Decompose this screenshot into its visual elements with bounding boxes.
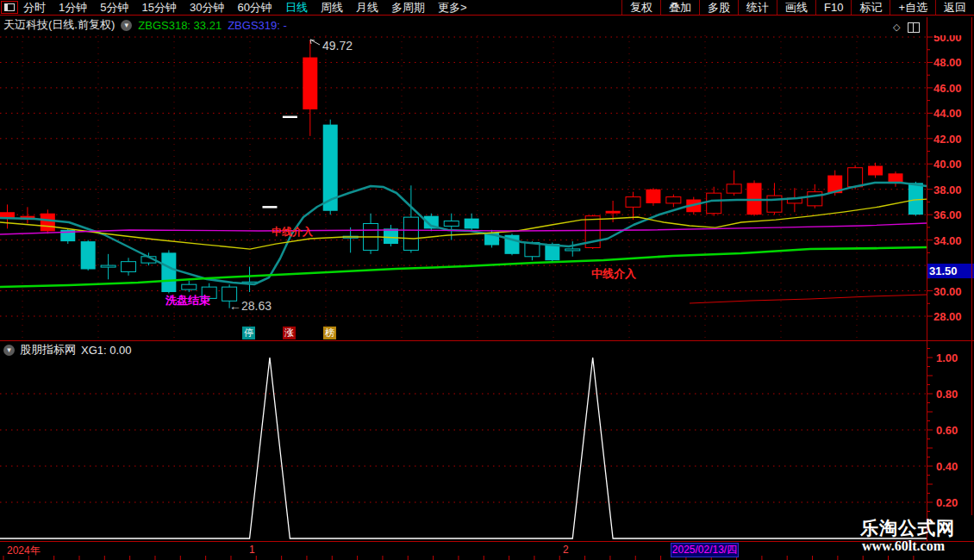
stock-title: 天迈科技(日线.前复权)	[3, 17, 115, 33]
badge-1[interactable]: 涨	[283, 327, 296, 339]
indicator-zbgs318: ZBGS318: 33.21	[138, 19, 222, 32]
badge-0[interactable]: 停	[242, 327, 255, 339]
action-menu-item-5[interactable]: F10	[815, 0, 851, 15]
period-menu-item-8[interactable]: 月线	[356, 0, 378, 15]
badge-2[interactable]: 榜	[323, 327, 336, 339]
action-menu-item-4[interactable]: 画线	[777, 0, 815, 15]
period-menu-item-1[interactable]: 1分钟	[59, 0, 87, 15]
indicator-source: 股朋指标网	[20, 342, 76, 358]
svg-text:36.00: 36.00	[933, 208, 962, 221]
chart-annotation-4: 洗盘结束	[165, 294, 210, 307]
action-menu-item-8[interactable]: 返回	[935, 0, 974, 15]
svg-text:28.00: 28.00	[933, 310, 962, 323]
axis-border	[927, 17, 927, 541]
period-menu-item-6[interactable]: 日线	[285, 0, 308, 15]
period-menu-item-0[interactable]: 分时	[23, 0, 46, 15]
action-menu-item-0[interactable]: 复权	[621, 0, 660, 15]
svg-text:50.00: 50.00	[933, 35, 962, 44]
watermark: 乐淘公式网 www.60lt.com	[860, 518, 955, 554]
svg-text:38.00: 38.00	[933, 184, 962, 196]
ma-magenta	[0, 223, 927, 234]
svg-text:34.00: 34.00	[933, 234, 962, 247]
price-gridlines	[0, 37, 927, 316]
watermark-url: www.60lt.com	[862, 538, 955, 554]
month-label-0: 1	[249, 544, 255, 556]
svg-text:0.40: 0.40	[936, 460, 958, 473]
action-menu-item-3[interactable]: 统计	[738, 0, 777, 15]
indicator-zbgs319: ZBGS319: -	[228, 19, 287, 32]
diamond-icon[interactable]: ◇	[893, 22, 900, 33]
xg1-series-line	[0, 358, 927, 538]
chart-annotation-2: 中线介入	[272, 226, 314, 238]
app-window: 分时1分钟5分钟15分钟30分钟60分钟日线周线月线多周期更多> 复权叠加多股统…	[0, 0, 974, 560]
svg-text:44.00: 44.00	[933, 107, 962, 120]
annotations-layer: 49.72←28.63中线介入中线介入洗盘结束	[165, 39, 637, 313]
svg-text:40.00: 40.00	[933, 158, 962, 171]
chart-annotation-3: 中线介入	[591, 267, 637, 280]
action-menu: 复权叠加多股统计画线F10标记+自选返回	[621, 0, 974, 15]
action-menu-item-1[interactable]: 叠加	[660, 0, 699, 15]
chevron-down-icon[interactable]: ▾	[121, 20, 132, 31]
last-date-label: 2025/02/13/四	[671, 543, 739, 557]
period-menu-item-2[interactable]: 5分钟	[100, 0, 128, 15]
svg-text:48.00: 48.00	[933, 56, 962, 69]
main-chart-canvas[interactable]: 49.72←28.63中线介入中线介入洗盘结束50.0048.0046.0044…	[0, 35, 974, 341]
action-menu-item-6[interactable]: 标记	[851, 0, 890, 15]
ma-yellow	[0, 199, 927, 249]
period-menu: 分时1分钟5分钟15分钟30分钟60分钟日线周线月线多周期更多>	[23, 0, 466, 15]
svg-text:46.00: 46.00	[933, 82, 962, 95]
period-menu-item-10[interactable]: 更多>	[438, 0, 467, 15]
indicator-axis: 1.000.800.600.400.20	[927, 349, 958, 530]
svg-text:42.00: 42.00	[933, 133, 962, 146]
chevron-down-icon[interactable]: ▾	[3, 345, 15, 356]
ma-teal	[0, 183, 927, 284]
period-menu-item-3[interactable]: 15分钟	[141, 0, 176, 15]
date-ticks	[3, 556, 914, 560]
chart-annotation-0: 49.72	[322, 39, 353, 53]
candles-layer	[0, 40, 923, 308]
title-bar: 天迈科技(日线.前复权) ▾ ZBGS318: 33.21 ZBGS319: -	[0, 16, 287, 34]
indicator-header: ▾ 股朋指标网 XG1: 0.00	[3, 343, 132, 357]
aux-red	[690, 295, 927, 303]
period-menu-item-4[interactable]: 30分钟	[190, 0, 224, 15]
price-axis: 50.0048.0046.0044.0042.0040.0038.0036.00…	[927, 35, 962, 323]
split-window-icon	[4, 3, 15, 11]
right-border	[971, 17, 972, 515]
date-axis-separator	[0, 541, 974, 542]
top-toolbar: 分时1分钟5分钟15分钟30分钟60分钟日线周线月线多周期更多> 复权叠加多股统…	[0, 0, 974, 16]
chart-annotation-1: ←28.63	[229, 299, 272, 313]
year-label: 2024年	[7, 544, 41, 558]
svg-text:30.00: 30.00	[933, 285, 962, 298]
period-menu-item-5[interactable]: 60分钟	[237, 0, 272, 15]
svg-text:0.60: 0.60	[936, 424, 958, 437]
indicator-series: XG1: 0.00	[81, 344, 132, 357]
titlebar-tools: ◇	[893, 22, 920, 33]
layout-icon[interactable]	[1, 1, 18, 14]
last-price-marker: 31.50	[927, 264, 974, 278]
svg-text:0.20: 0.20	[936, 496, 958, 509]
svg-text:0.80: 0.80	[936, 388, 958, 401]
svg-text:1.00: 1.00	[936, 352, 958, 364]
period-menu-item-9[interactable]: 多周期	[391, 0, 425, 15]
split-view-icon[interactable]	[908, 22, 920, 33]
indicator-chart-canvas[interactable]: 1.000.800.600.400.20	[0, 341, 974, 560]
period-menu-item-7[interactable]: 周线	[321, 0, 343, 15]
watermark-site-name: 乐淘公式网	[860, 518, 955, 538]
month-label-1: 2	[563, 544, 569, 556]
action-menu-item-2[interactable]: 多股	[699, 0, 738, 15]
indicator-gridlines	[0, 394, 927, 502]
action-menu-item-7[interactable]: +自选	[890, 0, 935, 15]
